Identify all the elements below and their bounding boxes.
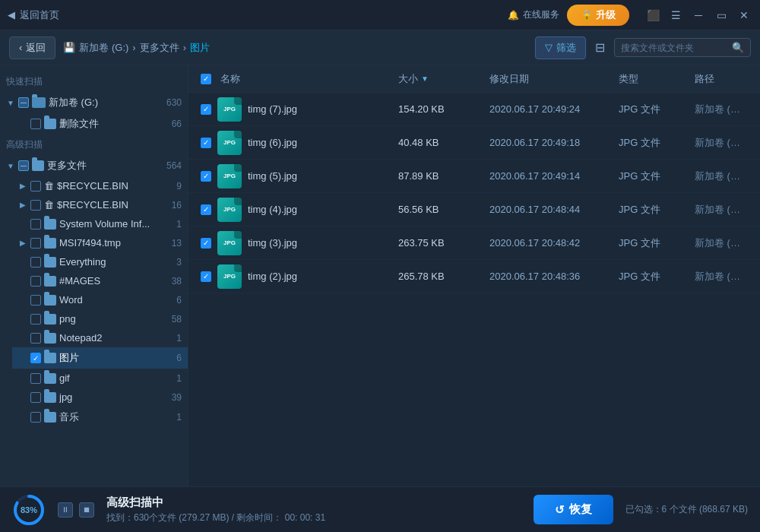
sidebar-item-pictures[interactable]: 图片 6: [12, 347, 188, 369]
back-home-button[interactable]: ◀ 返回首页: [8, 8, 59, 22]
row-checkbox[interactable]: [201, 138, 211, 148]
sidebar-item-jpg[interactable]: jpg 39: [12, 388, 188, 407]
file-path: 新加卷 (G:\更多文件...: [695, 103, 748, 116]
select-all-checkbox[interactable]: [201, 74, 211, 84]
file-name: timg (5).jpg: [248, 170, 297, 182]
checkbox-jpg[interactable]: [30, 392, 41, 403]
folder-png-icon: [44, 314, 56, 325]
sidebar-section-advanced: 高级扫描: [0, 135, 188, 155]
table-row[interactable]: timg (5).jpg 87.89 KB 2020.06.17 20:49:1…: [188, 160, 760, 193]
checkbox-root[interactable]: [18, 97, 29, 108]
checkbox-recycle1[interactable]: [30, 181, 41, 192]
restore-button[interactable]: ↺ 恢复: [534, 495, 613, 524]
row-checkbox[interactable]: [201, 271, 211, 282]
deleted-count: 66: [172, 119, 182, 129]
search-box[interactable]: 🔍: [614, 38, 751, 57]
expand-arrow-more: ▼: [6, 162, 15, 170]
main-area: 快速扫描 ▼ 新加卷 (G:) 630 删除文件 66 高级扫描 ▼ 更多文件: [0, 65, 760, 486]
checkbox-gif[interactable]: [30, 373, 41, 384]
file-type: JPG 文件: [619, 136, 695, 150]
file-name: timg (6).jpg: [248, 137, 297, 148]
col-name: 名称: [201, 72, 398, 86]
checkbox-everything[interactable]: [30, 257, 41, 268]
breadcrumb-crumb1[interactable]: 更多文件: [140, 41, 179, 55]
row-checkbox[interactable]: [201, 104, 211, 115]
checkbox-notepad[interactable]: [30, 333, 41, 344]
sysvolume-count: 1: [176, 219, 182, 230]
file-name: timg (4).jpg: [248, 204, 297, 215]
checkbox-more[interactable]: [18, 160, 29, 171]
table-body: timg (7).jpg 154.20 KB 2020.06.17 20:49:…: [188, 93, 760, 486]
sidebar-item-png[interactable]: png 58: [12, 309, 188, 328]
sidebar-item-everything[interactable]: Everything 3: [12, 252, 188, 271]
row-checkbox[interactable]: [201, 238, 211, 249]
folder-more-icon: [32, 160, 44, 171]
search-input[interactable]: [621, 43, 727, 53]
checkbox-recycle2[interactable]: [30, 200, 41, 211]
checkbox-pictures[interactable]: [30, 353, 41, 363]
minimize-button[interactable]: ⬛: [644, 7, 661, 24]
sidebar-item-recycle1[interactable]: ▶ 🗑 $RECYCLE.BIN 9: [12, 176, 188, 195]
sidebar-item-more-files[interactable]: ▼ 更多文件 564: [0, 155, 188, 176]
table-row[interactable]: timg (6).jpg 40.48 KB 2020.06.17 20:49:1…: [188, 126, 760, 160]
file-list: 名称 大小 ▼ 修改日期 类型 路径 timg (7).jpg 154.: [188, 65, 760, 486]
hdd-icon: 💾: [63, 42, 75, 53]
online-service[interactable]: 🔔 在线服务: [508, 8, 559, 21]
table-row[interactable]: timg (7).jpg 154.20 KB 2020.06.17 20:49:…: [188, 93, 760, 126]
checkbox-sys[interactable]: [30, 219, 41, 230]
checkbox-mages[interactable]: [30, 276, 41, 287]
sort-arrow-icon: ▼: [421, 74, 429, 83]
upgrade-button[interactable]: 🔒 升级: [567, 5, 629, 26]
sidebar-item-mages[interactable]: #MAGES 38: [12, 271, 188, 290]
file-date: 2020.06.17 20:48:42: [489, 237, 619, 249]
sidebar-item-msi[interactable]: ▶ MSI7f494.tmp 13: [12, 233, 188, 252]
checkbox-msi[interactable]: [30, 238, 41, 249]
deleted-label: 删除文件: [59, 117, 166, 131]
minimize-window-button[interactable]: ─: [690, 7, 707, 24]
sidebar-item-word[interactable]: Word 6: [12, 290, 188, 309]
table-row[interactable]: timg (3).jpg 263.75 KB 2020.06.17 20:48:…: [188, 226, 760, 260]
more-files-label: 更多文件: [47, 159, 160, 173]
checkbox-png[interactable]: [30, 314, 41, 325]
filter-button[interactable]: ▽ 筛选: [535, 36, 586, 59]
restore-label: 恢复: [569, 502, 592, 517]
close-button[interactable]: ✕: [736, 7, 752, 24]
col-type[interactable]: 类型: [619, 72, 695, 86]
sidebar-item-gif[interactable]: gif 1: [12, 369, 188, 388]
jpg-file-icon: [217, 164, 242, 188]
checkbox-word[interactable]: [30, 295, 41, 306]
row-checkbox[interactable]: [201, 204, 211, 215]
sidebar-item-deleted[interactable]: 删除文件 66: [12, 113, 188, 135]
menu-button[interactable]: ☰: [667, 7, 684, 24]
sidebar-item-recycle2[interactable]: ▶ 🗑 $RECYCLE.BIN 16: [12, 195, 188, 214]
sidebar-item-sysvolume[interactable]: System Volume Inf... 1: [12, 214, 188, 233]
sidebar-item-music[interactable]: 音乐 1: [12, 407, 188, 428]
mages-label: #MAGES: [59, 275, 166, 287]
sidebar-item-root[interactable]: ▼ 新加卷 (G:) 630: [0, 92, 188, 113]
col-size[interactable]: 大小 ▼: [398, 72, 489, 86]
restore-window-button[interactable]: ▭: [713, 7, 730, 24]
back-button[interactable]: ‹ 返回: [9, 36, 55, 59]
checkbox-music[interactable]: [30, 412, 41, 423]
status-title: 高级扫描中: [106, 496, 521, 510]
table-header: 名称 大小 ▼ 修改日期 类型 路径: [188, 65, 760, 93]
view-menu-icon[interactable]: ⊟: [592, 37, 608, 58]
table-row[interactable]: timg (2).jpg 265.78 KB 2020.06.17 20:48:…: [188, 260, 760, 293]
stop-button[interactable]: ⏹: [79, 502, 94, 518]
filter-label: 筛选: [556, 41, 576, 55]
table-row[interactable]: timg (4).jpg 56.56 KB 2020.06.17 20:48:4…: [188, 193, 760, 226]
row-checkbox[interactable]: [201, 171, 211, 182]
sidebar-item-notepad[interactable]: Notepad2 1: [12, 328, 188, 347]
notepad-count: 1: [176, 333, 182, 344]
gif-count: 1: [176, 373, 182, 384]
col-date[interactable]: 修改日期: [489, 72, 619, 86]
pause-button[interactable]: ⏸: [58, 502, 73, 518]
pictures-count: 6: [176, 353, 182, 363]
jpg-file-icon: [217, 231, 242, 255]
restore-icon: ↺: [555, 503, 565, 517]
checkbox-deleted[interactable]: [30, 119, 41, 129]
col-path[interactable]: 路径: [695, 72, 748, 86]
breadcrumb-hdd[interactable]: 新加卷 (G:): [79, 41, 128, 55]
col-date-label: 修改日期: [489, 72, 529, 86]
folder-deleted-icon: [44, 119, 56, 129]
